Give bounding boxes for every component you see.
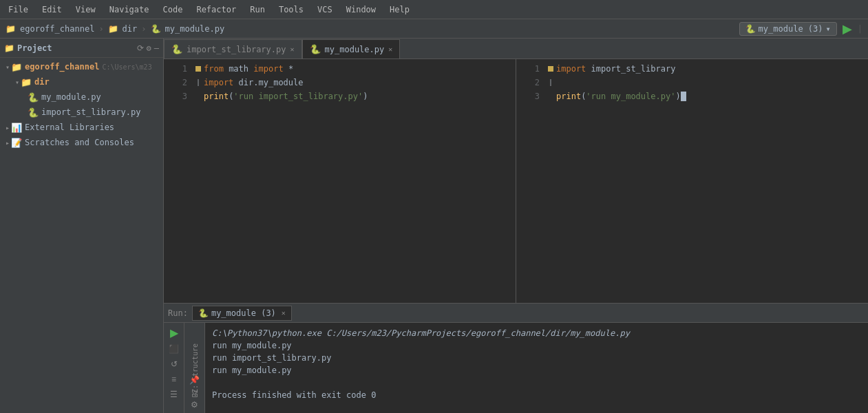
chevron-down-icon: ▾ bbox=[826, 24, 831, 34]
run-tab-bar: Run: 🐍 my_module (3) ✕ bbox=[164, 304, 868, 323]
line-num-left-1: 1 bbox=[167, 64, 187, 74]
menu-window[interactable]: Window bbox=[343, 3, 379, 16]
tab-close-import[interactable]: ✕ bbox=[290, 45, 295, 53]
menu-refactor[interactable]: Refactor bbox=[193, 3, 239, 16]
menu-view[interactable]: View bbox=[73, 3, 98, 16]
menu-code[interactable]: Code bbox=[160, 3, 186, 16]
project-icon: 📁 bbox=[4, 43, 14, 53]
output-line-1: C:\Python37\python.exe C:/Users/m23/Pych… bbox=[212, 327, 861, 339]
project-header: 📁 Project ⟳ ⚙ — bbox=[0, 39, 163, 58]
gutter-left-1 bbox=[193, 66, 204, 72]
gutter-right-2 bbox=[545, 79, 556, 86]
run-panel: Run: 🐍 my_module (3) ✕ ▶ ⬛ ↺ ≡ ☰ Z: Stru… bbox=[164, 303, 868, 413]
menu-tools[interactable]: Tools bbox=[276, 3, 306, 16]
print-button[interactable]: 🖨 bbox=[188, 388, 202, 399]
gutter-right-1 bbox=[545, 66, 556, 72]
tab-label-mymodule: my_module.py bbox=[325, 45, 385, 54]
editor-tab-bar: 🐍 import_st_library.py ✕ 🐍 my_module.py … bbox=[164, 39, 868, 59]
line-content-right-3: print('run my_module.py') bbox=[556, 92, 686, 101]
line-content-left-3: print('run import_st_library.py') bbox=[204, 92, 368, 101]
code-editor-left[interactable]: 1 from math import * 2 import dir.my_mod… bbox=[164, 59, 516, 303]
tab-import-st[interactable]: 🐍 import_st_library.py ✕ bbox=[164, 39, 302, 59]
output-line-6: Process finished with exit code 0 bbox=[212, 389, 861, 401]
output-line-5 bbox=[212, 377, 861, 389]
menu-vcs[interactable]: VCS bbox=[315, 3, 335, 16]
run-tab-close-icon[interactable]: ✕ bbox=[282, 309, 286, 317]
run-config-dropdown[interactable]: 🐍 my_module (3) ▾ bbox=[739, 22, 837, 36]
expand-arrow-dir-icon: ▾ bbox=[15, 78, 19, 86]
line-num-right-2: 2 bbox=[519, 78, 540, 87]
main-layout: 📁 Project ⟳ ⚙ — ▾ 📁 egoroff_channel C:\U… bbox=[0, 39, 868, 413]
line-num-right-3: 3 bbox=[519, 92, 540, 101]
menu-run[interactable]: Run bbox=[247, 3, 268, 16]
stop-button[interactable]: ⬛ bbox=[167, 343, 181, 354]
tab-label-import: import_st_library.py bbox=[187, 45, 286, 54]
gutter-dash-right-icon bbox=[550, 79, 551, 86]
tree-item-import-st[interactable]: 🐍 import_st_library.py bbox=[0, 105, 163, 120]
editor-pane-right: 1 import import_st_library 2 3 pri bbox=[516, 59, 868, 303]
pin-button[interactable]: 📌 bbox=[188, 374, 202, 385]
tab-icon-import: 🐍 bbox=[171, 44, 182, 54]
tree-item-egoroff[interactable]: ▾ 📁 egoroff_channel C:\Users\m23 bbox=[0, 59, 163, 74]
dir-folder-icon: 📁 bbox=[21, 77, 32, 87]
code-line-right-1: 1 import import_st_library bbox=[516, 62, 868, 76]
run-config-label: my_module (3) bbox=[759, 24, 823, 34]
tree-label-my-module: my_module.py bbox=[41, 92, 101, 102]
external-libs-icon: 📊 bbox=[11, 123, 22, 133]
run-output[interactable]: C:\Python37\python.exe C:/Users/m23/Pych… bbox=[205, 323, 868, 413]
tree-item-my-module[interactable]: 🐍 my_module.py bbox=[0, 89, 163, 105]
run-tab-mymodule[interactable]: 🐍 my_module (3) ✕ bbox=[192, 306, 292, 321]
run-config-icon: 🐍 bbox=[745, 24, 756, 34]
editor-area: 🐍 import_st_library.py ✕ 🐍 my_module.py … bbox=[164, 39, 868, 413]
line-content-left-2: import dir.my_module bbox=[204, 78, 304, 87]
line-content-left-1: from math import * bbox=[204, 64, 293, 74]
menu-bar: File Edit View Navigate Code Refactor Ru… bbox=[0, 0, 868, 19]
run-button[interactable]: ▶ bbox=[843, 21, 852, 36]
menu-navigate[interactable]: Navigate bbox=[107, 3, 152, 16]
run-play-button[interactable]: ▶ bbox=[167, 326, 181, 339]
editor-pane-left: 1 from math import * 2 import dir.my_mod… bbox=[164, 59, 516, 303]
breadcrumb-bar: 📁 egoroff_channel › 📁 dir › 🐍 my_module.… bbox=[0, 19, 868, 39]
output-line-3: run import_st_library.py bbox=[212, 352, 861, 364]
scroll-button[interactable]: ☰ bbox=[167, 389, 181, 400]
line-num-right-1: 1 bbox=[519, 64, 540, 74]
code-line-left-3: 3 print('run import_st_library.py') bbox=[164, 89, 516, 103]
step-button[interactable]: ≡ bbox=[167, 374, 181, 385]
run-label: Run: bbox=[168, 308, 188, 318]
code-line-left-2: 2 import dir.my_module bbox=[164, 76, 516, 89]
breadcrumb-folder-icon: 📁 bbox=[6, 24, 16, 34]
expand-arrow-ext-icon: ▸ bbox=[6, 124, 10, 131]
code-line-right-3: 3 print('run my_module.py') bbox=[516, 89, 868, 103]
breadcrumb-file-icon: 🐍 bbox=[151, 24, 161, 34]
tree-item-scratches[interactable]: ▸ 📝 Scratches and Consoles bbox=[0, 135, 163, 150]
tree-item-dir[interactable]: ▾ 📁 dir bbox=[0, 74, 163, 89]
expand-arrow-scratch-icon: ▸ bbox=[6, 139, 10, 147]
python-file-icon: 🐍 bbox=[28, 92, 39, 103]
tab-close-mymodule[interactable]: ✕ bbox=[388, 45, 392, 53]
sync-icon[interactable]: ⟳ bbox=[137, 43, 144, 53]
gutter-mark-icon bbox=[195, 66, 201, 72]
line-content-right-1: import import_st_library bbox=[556, 64, 675, 74]
line-num-left-3: 3 bbox=[167, 92, 187, 101]
scratches-icon: 📝 bbox=[11, 138, 22, 148]
code-editor-right[interactable]: 1 import import_st_library 2 3 pri bbox=[516, 59, 868, 303]
breadcrumb-file: my_module.py bbox=[165, 24, 225, 34]
tree-label-import-st: import_st_library.py bbox=[41, 107, 141, 117]
run-tab-icon: 🐍 bbox=[198, 308, 209, 318]
menu-edit[interactable]: Edit bbox=[39, 3, 65, 16]
cog-button[interactable]: ⚙ bbox=[188, 399, 202, 410]
tree-label-external-libs: External Libraries bbox=[25, 123, 114, 132]
collapse-icon[interactable]: — bbox=[154, 43, 159, 53]
breadcrumb-dir: dir bbox=[123, 24, 138, 34]
rerun-button[interactable]: ↺ bbox=[167, 359, 181, 370]
gutter-dash-icon bbox=[198, 79, 199, 86]
tab-my-module[interactable]: 🐍 my_module.py ✕ bbox=[302, 39, 401, 59]
sidebar-header-icons: ⟳ ⚙ — bbox=[137, 43, 159, 53]
settings-icon[interactable]: ⚙ bbox=[147, 43, 151, 53]
menu-help[interactable]: Help bbox=[387, 3, 412, 16]
tree-item-external-libs[interactable]: ▸ 📊 External Libraries bbox=[0, 120, 163, 135]
tree-label-scratches: Scratches and Consoles bbox=[25, 138, 134, 147]
breadcrumb-folder-icon2: 📁 bbox=[108, 24, 118, 34]
menu-file[interactable]: File bbox=[6, 3, 31, 16]
tree-path: C:\Users\m23 bbox=[102, 63, 151, 71]
